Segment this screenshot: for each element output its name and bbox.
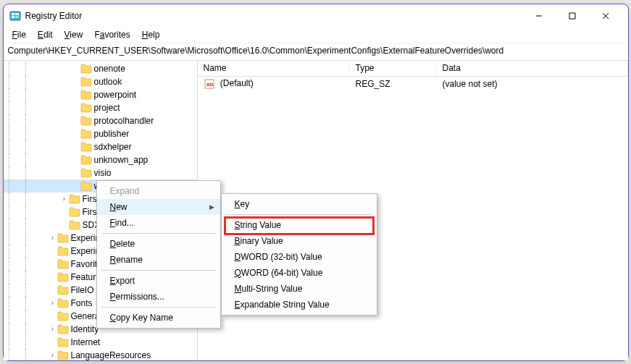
ctx-separator xyxy=(226,214,372,215)
ctx-separator xyxy=(101,233,216,234)
tree-node-label: outlook xyxy=(94,77,122,87)
ctx-new-qword-value[interactable]: QWORD (64-bit) Value xyxy=(222,265,377,281)
tree-node[interactable]: powerpoint xyxy=(4,88,197,101)
tree-node-label: powerpoint xyxy=(94,90,137,100)
ctx-find[interactable]: Find... xyxy=(97,215,220,231)
ctx-new-binary-value[interactable]: Binary Value xyxy=(222,233,377,249)
expand-chevron-icon[interactable]: › xyxy=(49,234,57,242)
menu-view[interactable]: View xyxy=(60,28,88,41)
registry-editor-window: 系统部落 xitongbuluo.com 系统部落 xitongbuluo.co… xyxy=(3,4,629,361)
app-icon xyxy=(9,10,21,22)
tree-node[interactable]: project xyxy=(4,101,197,114)
value-data: (value not set) xyxy=(437,77,628,90)
ctx-new-exp-string-value[interactable]: Expandable String Value xyxy=(222,297,377,313)
tree-node[interactable]: protocolhandler xyxy=(4,114,197,127)
ctx-new[interactable]: New▶ xyxy=(97,199,220,215)
app-title: Registry Editor xyxy=(25,11,83,21)
ctx-permissions[interactable]: Permissions... xyxy=(97,289,220,305)
svg-rect-4 xyxy=(15,16,19,18)
tree-node[interactable]: outlook xyxy=(4,75,197,88)
tree-node[interactable]: publisher xyxy=(4,127,197,140)
svg-rect-2 xyxy=(15,13,19,15)
ctx-rename[interactable]: Rename xyxy=(97,252,220,268)
menu-favorites[interactable]: Favorites xyxy=(90,28,134,41)
context-menu: Expand New▶ Find... Delete Rename Export… xyxy=(96,180,221,329)
submenu-arrow-icon: ▶ xyxy=(209,203,214,211)
tree-node-label: protocolhandler xyxy=(94,116,154,126)
tree-node[interactable]: sdxhelper xyxy=(4,140,197,153)
value-name-cell: ab (Default) xyxy=(198,77,350,91)
svg-text:ab: ab xyxy=(206,81,213,88)
value-type: REG_SZ xyxy=(350,77,437,90)
svg-rect-6 xyxy=(569,13,575,19)
ctx-expand: Expand xyxy=(97,183,220,199)
svg-rect-3 xyxy=(12,16,14,18)
ctx-new-dword-value[interactable]: DWORD (32-bit) Value xyxy=(222,249,377,265)
ctx-copy-key-name[interactable]: Copy Key Name xyxy=(97,310,220,326)
menu-help[interactable]: Help xyxy=(138,28,164,41)
ctx-new-key[interactable]: Key xyxy=(222,196,377,212)
context-submenu-new: Key String Value Binary Value DWORD (32-… xyxy=(221,193,377,316)
ctx-separator xyxy=(101,307,216,308)
close-button[interactable] xyxy=(589,5,622,27)
list-row[interactable]: ab (Default) REG_SZ (value not set) xyxy=(198,77,628,91)
value-name: (Default) xyxy=(220,78,254,88)
expand-chevron-icon[interactable]: › xyxy=(49,325,57,333)
ctx-delete[interactable]: Delete xyxy=(97,236,220,252)
tree-node-label: onenote xyxy=(94,64,125,74)
tree-node-label: visio xyxy=(94,168,112,178)
column-data[interactable]: Data xyxy=(437,61,628,76)
expand-chevron-icon[interactable]: › xyxy=(49,351,57,359)
tree-node-label: publisher xyxy=(94,129,130,139)
maximize-button[interactable] xyxy=(556,5,589,27)
tree-node[interactable]: unknown_app xyxy=(4,153,197,166)
ctx-export[interactable]: Export xyxy=(97,273,220,289)
tree-node-label: Internet xyxy=(71,337,101,347)
ctx-separator xyxy=(101,270,216,271)
menubar: File Edit View Favorites Help xyxy=(4,27,628,43)
tree-node[interactable]: visio xyxy=(4,166,197,179)
ctx-new-multi-string-value[interactable]: Multi-String Value xyxy=(222,281,377,297)
tree-node-label: Fonts xyxy=(71,298,93,308)
tree-node[interactable]: onenote xyxy=(4,62,197,75)
tree-node-label: project xyxy=(94,103,120,113)
menu-edit[interactable]: Edit xyxy=(33,28,57,41)
tree-node-label: Identity xyxy=(71,324,99,334)
minimize-button[interactable] xyxy=(522,5,556,27)
column-type[interactable]: Type xyxy=(350,61,437,76)
menu-file[interactable]: File xyxy=(8,28,30,41)
string-value-icon: ab xyxy=(204,78,215,90)
tree-node[interactable]: Internet xyxy=(4,336,197,349)
titlebar: Registry Editor xyxy=(4,4,628,27)
tree-node[interactable]: ›LanguageResources xyxy=(4,349,197,360)
expand-chevron-icon[interactable]: › xyxy=(49,299,57,307)
tree-node-label: FileIO xyxy=(71,285,94,295)
tree-node-label: unknown_app xyxy=(94,155,149,165)
tree-node-label: sdxhelper xyxy=(94,142,132,152)
ctx-new-string-value[interactable]: String Value xyxy=(222,217,377,233)
list-header: Name Type Data xyxy=(198,61,628,77)
address-bar[interactable]: Computer\HKEY_CURRENT_USER\Software\Micr… xyxy=(4,43,628,61)
svg-rect-1 xyxy=(12,13,14,15)
column-name[interactable]: Name xyxy=(198,61,350,76)
expand-chevron-icon[interactable]: › xyxy=(60,195,69,203)
tree-node-label: LanguageResources xyxy=(71,350,151,360)
